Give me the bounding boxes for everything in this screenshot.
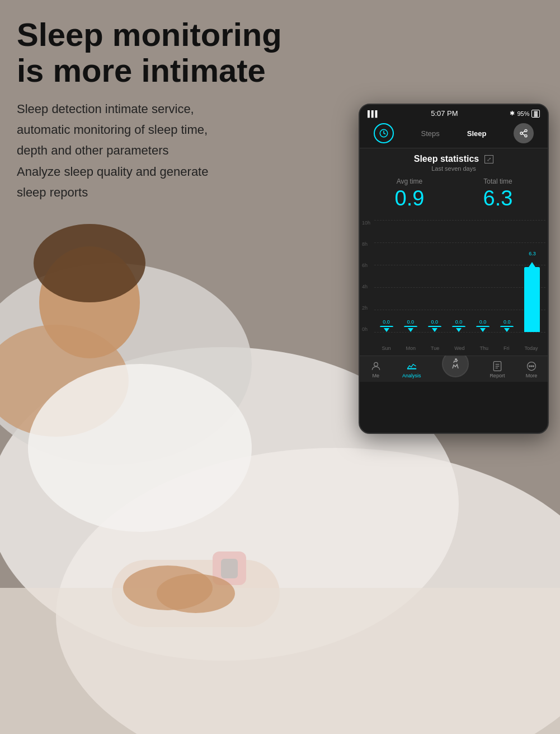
me-icon bbox=[370, 361, 382, 372]
svg-line-19 bbox=[523, 131, 525, 133]
x-label-wed: Wed bbox=[454, 345, 464, 351]
y-label-2h: 2h bbox=[362, 305, 370, 311]
svg-line-18 bbox=[523, 134, 525, 135]
bar-sun-rect bbox=[380, 326, 393, 327]
battery-percent: 95% bbox=[517, 110, 529, 117]
bluetooth-icon: ✱ bbox=[510, 110, 515, 117]
status-time: 5:07 PM bbox=[431, 109, 458, 118]
main-title: Sleep monitoring is more intimate bbox=[17, 17, 308, 88]
y-axis: 10h 8h 6h 4h 2h 0h bbox=[362, 220, 370, 332]
nav-me[interactable]: Me bbox=[370, 361, 382, 378]
status-right-area: ✱ 95% ▓ bbox=[510, 110, 540, 118]
total-time-label: Total time bbox=[483, 177, 513, 185]
analysis-icon bbox=[406, 361, 417, 372]
signal-bars-icon: ▌▌▌ bbox=[368, 110, 379, 117]
x-label-thu: Thu bbox=[479, 345, 488, 351]
signal-area: ▌▌▌ bbox=[368, 110, 379, 117]
status-bar: ▌▌▌ 5:07 PM ✱ 95% ▓ bbox=[360, 105, 548, 120]
bar-wed: 0.0 bbox=[452, 319, 465, 332]
tab-sleep[interactable]: Sleep bbox=[467, 129, 487, 138]
y-label-4h: 4h bbox=[362, 284, 370, 289]
y-label-0h: 0h bbox=[362, 326, 370, 332]
tab-steps[interactable]: Steps bbox=[421, 129, 440, 138]
bar-fri: 0.0 bbox=[500, 319, 514, 332]
bar-today: 6.3 bbox=[524, 262, 540, 332]
hero-text-area: Sleep monitoring is more intimate Sleep … bbox=[17, 17, 308, 203]
y-label-10h: 10h bbox=[362, 220, 370, 226]
svg-point-30 bbox=[533, 366, 534, 367]
svg-point-28 bbox=[529, 366, 530, 367]
x-label-fri: Fri bbox=[503, 345, 510, 351]
total-time-block: Total time 6.3 bbox=[483, 177, 513, 209]
bar-today-top-label: 6.3 bbox=[529, 251, 536, 256]
svg-point-16 bbox=[520, 132, 523, 134]
bar-tue-rect bbox=[428, 326, 441, 327]
x-label-today: Today bbox=[524, 345, 538, 351]
bar-fri-value: 0.0 bbox=[503, 319, 511, 325]
more-icon bbox=[526, 361, 537, 372]
sleep-stats-header: Sleep statistics ⤢ bbox=[365, 154, 542, 164]
avg-time-label: Avg time bbox=[395, 177, 425, 185]
svg-point-15 bbox=[525, 129, 527, 132]
svg-point-22 bbox=[455, 358, 457, 361]
avg-time-block: Avg time 0.9 bbox=[395, 177, 425, 209]
bar-mon-arrow bbox=[408, 328, 413, 332]
nav-center-run[interactable] bbox=[442, 362, 469, 377]
phone-mockup: ▌▌▌ 5:07 PM ✱ 95% ▓ Steps Sleep bbox=[359, 104, 549, 434]
x-axis: Sun Mon Tue Wed Thu Fri Today bbox=[374, 345, 545, 351]
period-label: Last seven days bbox=[365, 165, 542, 172]
bottom-nav: Me Analysis bbox=[360, 356, 548, 382]
bar-today-top-arrow bbox=[529, 262, 535, 267]
avg-time-value: 0.9 bbox=[395, 188, 425, 209]
bar-thu-value: 0.0 bbox=[479, 319, 487, 325]
bar-tue: 0.0 bbox=[428, 319, 441, 332]
nav-tabs: Steps Sleep bbox=[360, 120, 548, 148]
bar-wed-arrow bbox=[456, 328, 462, 332]
bar-fri-arrow bbox=[504, 328, 510, 332]
bar-sun-arrow bbox=[384, 328, 389, 332]
bar-mon-rect bbox=[404, 326, 417, 327]
bar-wed-rect bbox=[452, 326, 465, 327]
y-label-8h: 8h bbox=[362, 241, 370, 247]
nav-report-label: Report bbox=[490, 373, 505, 378]
nav-analysis[interactable]: Analysis bbox=[402, 361, 421, 378]
svg-point-29 bbox=[531, 366, 532, 367]
svg-point-11 bbox=[28, 364, 252, 532]
total-time-value: 6.3 bbox=[483, 188, 513, 209]
bar-tue-arrow bbox=[432, 328, 437, 332]
bar-mon: 0.0 bbox=[404, 319, 417, 332]
bar-wed-value: 0.0 bbox=[455, 319, 463, 325]
bar-today-rect bbox=[524, 267, 540, 332]
bar-sun: 0.0 bbox=[380, 319, 393, 332]
timer-icon-button[interactable] bbox=[374, 123, 394, 143]
stats-row: Avg time 0.9 Total time 6.3 bbox=[365, 177, 542, 209]
share-button[interactable] bbox=[514, 123, 534, 143]
x-label-tue: Tue bbox=[431, 345, 439, 351]
bars-area: 0.0 0.0 0.0 0.0 bbox=[374, 220, 545, 332]
bar-mon-value: 0.0 bbox=[407, 319, 414, 325]
sleep-content: Sleep statistics ⤢ Last seven days Avg t… bbox=[360, 148, 548, 356]
expand-icon[interactable]: ⤢ bbox=[484, 155, 493, 163]
nav-more[interactable]: More bbox=[526, 361, 538, 378]
subtitle-text: Sleep detection intimate service, automa… bbox=[17, 99, 308, 203]
nav-me-label: Me bbox=[372, 373, 379, 378]
nav-more-label: More bbox=[526, 373, 538, 378]
chart-container: 10h 8h 6h 4h 2h 0h 0.0 bbox=[360, 216, 548, 356]
svg-point-20 bbox=[374, 362, 378, 366]
svg-rect-10 bbox=[0, 588, 560, 734]
svg-point-17 bbox=[525, 135, 527, 137]
nav-report[interactable]: Report bbox=[490, 361, 505, 378]
bar-tue-value: 0.0 bbox=[431, 319, 439, 325]
bar-sun-value: 0.0 bbox=[383, 319, 390, 325]
svg-point-13 bbox=[157, 574, 235, 613]
bar-thu-rect bbox=[476, 326, 490, 327]
nav-analysis-label: Analysis bbox=[402, 373, 421, 378]
sleep-stats-title: Sleep statistics bbox=[414, 154, 479, 164]
battery-icon: ▓ bbox=[531, 110, 540, 118]
bar-thu-arrow bbox=[480, 328, 486, 332]
bar-fri-rect bbox=[500, 326, 514, 327]
report-icon bbox=[492, 361, 503, 372]
x-label-mon: Mon bbox=[406, 345, 416, 351]
run-icon bbox=[449, 357, 462, 371]
y-label-6h: 6h bbox=[362, 263, 370, 268]
